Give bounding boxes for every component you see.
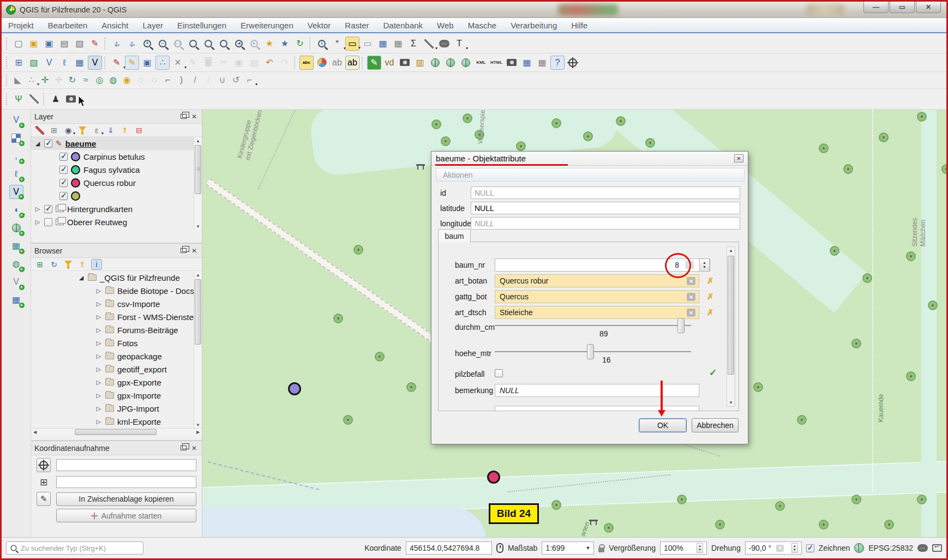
menu-vektor[interactable]: Vektor xyxy=(308,21,331,30)
photo-import-icon[interactable] xyxy=(64,92,78,106)
float-panel-icon[interactable] xyxy=(179,246,188,255)
add-wms-layer-icon[interactable]: + xyxy=(9,221,23,235)
browser-folder-fotos[interactable]: ▷Fotos xyxy=(31,336,202,350)
add-part-icon[interactable]: ◍ xyxy=(107,74,119,87)
layer-diagram-icon[interactable] xyxy=(315,56,329,70)
actions-menu[interactable]: Aktionen xyxy=(443,171,472,179)
browser-folder-gpx-importe[interactable]: ▷gpx-Importe xyxy=(31,389,202,402)
new-geopackage-icon[interactable]: ▧ xyxy=(27,56,41,70)
layer-tree-scrollbar[interactable]: ▲ ≡ ▼ xyxy=(194,137,202,230)
table-grid-plugin-icon[interactable]: ▦ xyxy=(535,56,549,70)
layer-labeling-icon[interactable]: abc xyxy=(299,56,314,70)
paste-features-icon[interactable]: ▤ xyxy=(247,56,261,70)
open-project-icon[interactable]: ▣ xyxy=(27,37,41,51)
delete-part-icon[interactable]: ◌ xyxy=(148,74,160,87)
save-layer-edits-icon[interactable]: ▣ xyxy=(140,56,154,70)
copy-move-feature-icon[interactable]: ✛ xyxy=(52,74,65,87)
menu-bearbeiten[interactable]: Bearbeiten xyxy=(48,21,88,30)
coordinate-value[interactable]: 456154.0,5427694.8 xyxy=(406,541,492,555)
toggle-editing-icon[interactable]: ✎ xyxy=(125,56,139,70)
menu-hilfe[interactable]: Hilfe xyxy=(571,21,587,30)
float-panel-icon[interactable] xyxy=(179,112,188,121)
help-plugin-icon[interactable]: ? xyxy=(550,56,565,70)
search-input[interactable] xyxy=(21,544,140,552)
menu-ansicht[interactable]: Ansicht xyxy=(101,21,128,30)
zoom-in-icon[interactable]: + xyxy=(140,37,154,51)
hoehe-mtr-slider-handle[interactable] xyxy=(587,344,594,359)
visibility-checkbox[interactable] xyxy=(44,218,52,226)
menu-raster[interactable]: Raster xyxy=(345,21,369,30)
visibility-checkbox[interactable] xyxy=(59,179,68,187)
collapse-browser-icon[interactable]: ⇑ xyxy=(77,259,88,270)
add-raster-layer-icon[interactable]: + xyxy=(9,131,23,145)
move-feature-icon[interactable]: ✛ xyxy=(39,74,51,87)
layer-item-baeume[interactable]: ◢✎baeume xyxy=(31,137,202,150)
art-botan-field[interactable]: Quercus robur ✕ xyxy=(495,274,699,287)
render-checkbox[interactable] xyxy=(806,544,814,552)
latitude-field[interactable]: NULL xyxy=(471,202,740,214)
filter-browser-icon[interactable] xyxy=(63,259,74,270)
undo-icon[interactable]: ↶ xyxy=(262,56,277,70)
clear-rotation-icon[interactable]: ✕ xyxy=(776,545,784,552)
new-shapefile-layer-icon[interactable]: V xyxy=(42,56,56,70)
green-edit-plugin-icon[interactable]: ✎ xyxy=(367,56,381,70)
merge-features-icon[interactable]: ∪ xyxy=(216,74,229,87)
image-export-plugin-icon[interactable] xyxy=(505,56,519,70)
browser-folder-geopackage[interactable]: ▷geopackage xyxy=(31,350,202,363)
menu-erweiterungen[interactable]: Erweiterungen xyxy=(241,21,293,30)
new-spatialite-layer-icon[interactable]: ℓ xyxy=(57,56,71,70)
close-panel-icon[interactable]: ✕ xyxy=(190,112,199,121)
trim-extend-icon[interactable]: ⌐▾ xyxy=(243,74,256,87)
field-calculator-icon[interactable]: ▦ xyxy=(391,37,405,51)
menu-datenbank[interactable]: Datenbank xyxy=(383,21,423,30)
magnifier-spinbox[interactable]: 100% ▲▼ xyxy=(660,541,707,555)
pin-labels-icon[interactable]: ab xyxy=(345,56,359,70)
add-wcs-layer-icon[interactable]: ▦+ xyxy=(9,239,23,253)
modify-attributes-icon[interactable]: ✎ xyxy=(186,56,200,70)
zoom-native-icon[interactable]: 1:1 xyxy=(171,37,185,51)
close-panel-icon[interactable]: ✕ xyxy=(190,246,199,255)
remove-layer-icon[interactable]: ⊟ xyxy=(134,125,145,136)
zoom-next-icon[interactable]: ▸ xyxy=(247,37,261,51)
filter-by-expression-icon[interactable]: ε▾ xyxy=(91,125,102,136)
filter-legend-icon[interactable] xyxy=(77,125,88,136)
new-project-icon[interactable]: ▢ xyxy=(11,37,26,51)
add-spatialite-layer-icon[interactable]: V+ xyxy=(9,185,23,199)
open-layer-styling-icon[interactable] xyxy=(34,125,45,136)
durchm-cm-slider[interactable] xyxy=(495,325,691,326)
browser-folder-beide-biotope---docs[interactable]: ▷Beide Biotope - Docs xyxy=(31,284,202,297)
spin-buttons[interactable]: ▲▼ xyxy=(699,258,710,272)
coordinate-target-plugin-icon[interactable] xyxy=(566,56,580,70)
layer-item-fagus-sylvatica[interactable]: Fagus sylvatica xyxy=(31,163,202,176)
form-scrollbar[interactable]: ▲ ▼ xyxy=(727,246,735,407)
new-virtual-layer-icon[interactable]: V xyxy=(88,56,102,70)
visibility-checkbox[interactable] xyxy=(44,205,52,213)
clear-value-icon[interactable]: ✕ xyxy=(687,293,695,301)
tab-baum[interactable]: baum xyxy=(438,229,471,242)
offset-curve-icon[interactable]: ) xyxy=(175,74,188,87)
id-field[interactable]: NULL xyxy=(471,186,740,199)
start-capture-button[interactable]: Aufnahme starten xyxy=(56,509,196,522)
add-wfs-layer-icon[interactable]: ◍▾+ xyxy=(9,257,23,271)
menu-web[interactable]: Web xyxy=(437,21,454,30)
add-gpx-layer-icon[interactable]: ℓ+ xyxy=(9,167,23,181)
browser-root-folder[interactable]: ◢_QGIS für Pilzfreunde xyxy=(31,271,202,284)
binoculars-plugin-icon[interactable] xyxy=(443,56,458,70)
database-plugin-icon[interactable]: ▥ xyxy=(413,56,427,70)
plugin-sprout-icon[interactable]: Ψ xyxy=(11,92,26,106)
layer-item-oberer-reutweg[interactable]: ▷Oberer Reutweg xyxy=(31,215,202,228)
zoom-to-selection-icon[interactable] xyxy=(201,37,215,51)
map-tips-icon[interactable]: … xyxy=(437,37,451,51)
dialog-close-icon[interactable]: ✕ xyxy=(734,154,743,162)
reshape-features-icon[interactable]: ⌐ xyxy=(161,74,174,87)
statistics-panel-icon[interactable]: Σ xyxy=(406,37,421,51)
add-selected-layers-icon[interactable]: ⊞ xyxy=(34,259,45,270)
vd-plugin-icon[interactable]: vd xyxy=(382,56,397,70)
layer-item-carpinus-betulus[interactable]: Carpinus betulus xyxy=(31,150,202,163)
rotate-point-symbols-icon[interactable]: ↺ xyxy=(230,74,242,87)
redo-icon[interactable]: ↷ xyxy=(278,56,292,70)
advanced-digitizing-icon[interactable]: ◣ xyxy=(11,74,24,87)
select-features-icon[interactable]: ▭▾ xyxy=(345,37,359,51)
simplify-feature-icon[interactable]: ≈ xyxy=(80,74,92,87)
layer-item-quercus-robur[interactable]: Quercus robur xyxy=(31,176,202,189)
